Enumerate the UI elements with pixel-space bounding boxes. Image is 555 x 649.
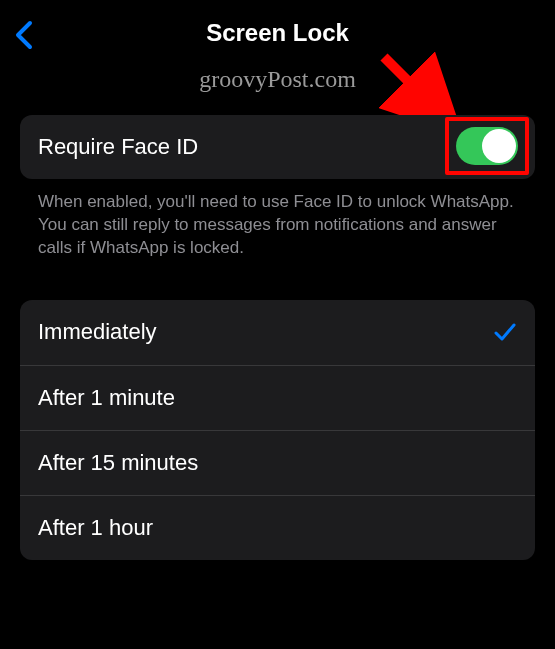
checkmark-icon — [493, 320, 517, 344]
back-button[interactable] — [14, 20, 33, 54]
chevron-left-icon — [14, 20, 33, 50]
option-after-1-minute[interactable]: After 1 minute — [20, 365, 535, 430]
watermark: groovyPost.com — [0, 66, 555, 93]
option-after-1-hour[interactable]: After 1 hour — [20, 495, 535, 560]
page-title: Screen Lock — [206, 19, 349, 47]
lock-timeout-options: Immediately After 1 minute After 15 minu… — [20, 300, 535, 560]
header: Screen Lock — [0, 0, 555, 58]
setting-description: When enabled, you'll need to use Face ID… — [20, 191, 535, 260]
toggle-highlight-box — [445, 117, 529, 175]
option-label: After 1 minute — [38, 385, 175, 411]
toggle-thumb — [482, 129, 516, 163]
option-after-15-minutes[interactable]: After 15 minutes — [20, 430, 535, 495]
require-faceid-section: Require Face ID — [20, 115, 535, 179]
require-faceid-row: Require Face ID — [20, 115, 535, 179]
option-label: Immediately — [38, 319, 157, 345]
require-faceid-label: Require Face ID — [38, 134, 198, 160]
option-label: After 15 minutes — [38, 450, 198, 476]
require-faceid-toggle[interactable] — [456, 127, 518, 165]
option-label: After 1 hour — [38, 515, 153, 541]
option-immediately[interactable]: Immediately — [20, 300, 535, 365]
